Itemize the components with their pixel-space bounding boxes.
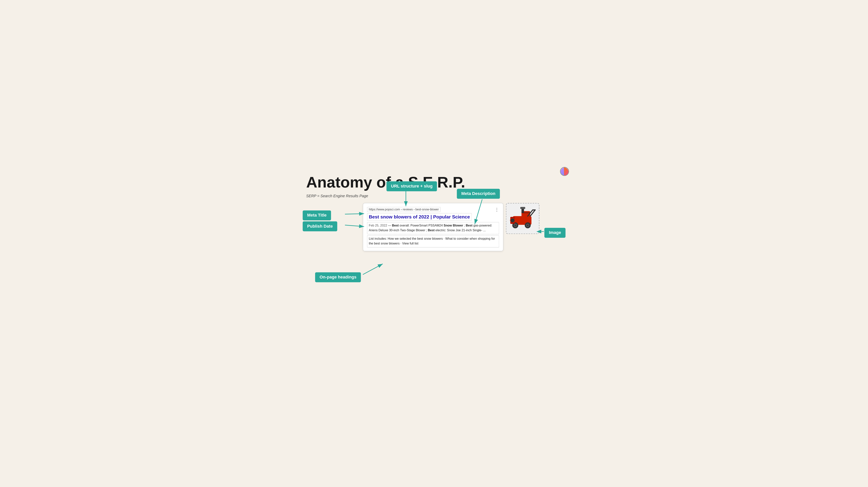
svg-line-20 [345, 214, 364, 214]
label-meta-title: Meta Title [303, 210, 331, 220]
logo-circle [560, 167, 569, 176]
label-meta-description: Meta Description [457, 189, 500, 199]
serp-url: https://www.popsci.com › reviews › best-… [367, 207, 440, 212]
svg-rect-3 [520, 207, 525, 209]
page-subtitle: SERP = Search Engine Results Page [306, 194, 368, 198]
snow-blower-svg [508, 205, 537, 232]
serp-image-box [506, 203, 539, 234]
svg-line-21 [345, 225, 364, 226]
page-wrapper: Anatomy of a S.E.R.P. SERP = Search Engi… [293, 164, 575, 323]
svg-line-23 [363, 264, 383, 274]
label-on-page-headings: On-page headings [315, 272, 361, 282]
serp-list: List includes: How we selected the best … [367, 235, 499, 247]
serp-snippet: Feb 25, 2022 — Best overall: PowerSmart … [367, 222, 499, 234]
serp-snippet-text: Feb 25, 2022 — Best overall: PowerSmart … [369, 224, 492, 232]
serp-more-options[interactable]: ⋮ [495, 206, 499, 212]
logo [560, 167, 570, 177]
serp-title[interactable]: Best snow blowers of 2022 | Popular Scie… [367, 213, 472, 221]
page-title: Anatomy of a S.E.R.P. [306, 174, 465, 191]
svg-point-14 [510, 218, 515, 222]
svg-rect-15 [521, 212, 530, 213]
label-url-structure: URL structure + slug [386, 181, 437, 191]
serp-card: https://www.popsci.com › reviews › best-… [363, 203, 503, 251]
label-image: Image [545, 228, 566, 237]
label-publish-date: Publish Date [303, 221, 337, 231]
